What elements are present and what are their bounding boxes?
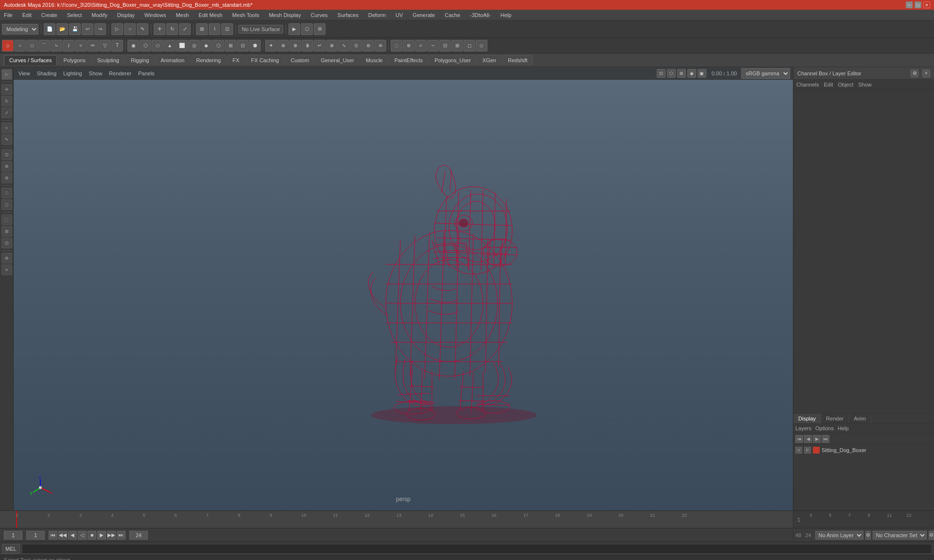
le-tab-display[interactable]: Display: [793, 414, 821, 423]
layer-visibility-btn[interactable]: V: [795, 447, 802, 454]
vp-fit-btn[interactable]: ⊡: [657, 69, 665, 78]
twist-btn[interactable]: ⊚: [362, 40, 374, 52]
play-end-btn[interactable]: ⏭: [117, 531, 126, 540]
move-tool-btn[interactable]: ✛: [1, 84, 12, 95]
menu-modify[interactable]: Modify: [90, 11, 109, 19]
render-btn[interactable]: ▶: [288, 23, 300, 35]
next-frame-btn[interactable]: ▶▶: [107, 531, 116, 540]
save-btn[interactable]: 💾: [69, 23, 81, 35]
ipr-btn[interactable]: ⬡: [301, 23, 313, 35]
snap-surface-btn[interactable]: ⊡: [221, 23, 233, 35]
outliner-btn[interactable]: ≡: [1, 264, 12, 275]
close-button[interactable]: ×: [923, 1, 930, 8]
active-tool-btn[interactable]: ◇: [2, 40, 14, 52]
tab-polygons[interactable]: Polygons: [58, 55, 90, 65]
maximize-button[interactable]: □: [915, 1, 921, 8]
move-btn[interactable]: ✛: [154, 23, 165, 35]
cb-menu-show[interactable]: Show: [858, 82, 872, 88]
vp-wire-btn[interactable]: ⊞: [677, 69, 686, 78]
shape-circle-btn[interactable]: ○: [14, 40, 26, 52]
new-scene-btn[interactable]: 📄: [44, 23, 55, 35]
render-settings-btn[interactable]: ⚙: [314, 23, 325, 35]
step-back-btn[interactable]: ◀◀: [58, 531, 67, 540]
menu-uv[interactable]: UV: [394, 11, 405, 19]
shape-3pt-btn[interactable]: ▽: [99, 40, 111, 52]
hide-btn[interactable]: ◻: [1, 199, 12, 210]
lasso-btn[interactable]: ○: [124, 23, 136, 35]
torus-btn[interactable]: ◎: [188, 40, 200, 52]
tab-curves-surfaces[interactable]: Curves / Surfaces: [4, 55, 57, 65]
vp-tex-btn[interactable]: ▣: [698, 69, 706, 78]
select-tool-left-btn[interactable]: ▷: [1, 69, 12, 80]
cylinder-btn[interactable]: ⬭: [152, 40, 163, 52]
le-nav-next-btn[interactable]: ▶: [813, 435, 821, 443]
menu-windows[interactable]: Windows: [143, 11, 168, 19]
shape-text-btn[interactable]: T: [111, 40, 123, 52]
vp-show-menu[interactable]: Show: [87, 70, 105, 77]
menu-mesh-display[interactable]: Mesh Display: [267, 11, 303, 19]
tab-animation[interactable]: Animation: [155, 55, 190, 65]
flare-btn[interactable]: ⊗: [326, 40, 338, 52]
paint-btn[interactable]: ✎: [137, 23, 148, 35]
char-set-settings-btn[interactable]: ⚙: [929, 531, 934, 540]
tab-rendering[interactable]: Rendering: [191, 55, 226, 65]
soccer-btn[interactable]: ⬢: [249, 40, 261, 52]
joint-btn[interactable]: ✦: [265, 40, 277, 52]
bend-btn[interactable]: ↵: [314, 40, 325, 52]
menu-select[interactable]: Select: [65, 11, 84, 19]
vp-view-menu[interactable]: View: [17, 70, 32, 77]
stop-btn[interactable]: ■: [88, 531, 96, 540]
timeline-ruler[interactable]: 1 2 3 4 5 6 7 8 9 10 11 12 13 14 15 16 1…: [0, 511, 793, 528]
node-editor-btn[interactable]: ⊛: [1, 253, 12, 263]
layer-row[interactable]: V P Sitting_Dog_Boxer: [793, 445, 934, 455]
layer-vis-btn[interactable]: ⬚: [1, 214, 12, 225]
current-frame-input[interactable]: [26, 531, 45, 540]
soft-select-btn[interactable]: ≈: [1, 122, 12, 133]
prev-frame-btn[interactable]: ◀: [68, 531, 77, 540]
vp-iso-btn[interactable]: ⬡: [667, 69, 676, 78]
wax-btn[interactable]: ⊞: [451, 40, 463, 52]
sphere-btn[interactable]: ◉: [127, 40, 139, 52]
plane-btn[interactable]: ⬜: [176, 40, 188, 52]
le-nav-start-btn[interactable]: ⏮: [795, 435, 803, 443]
shape-rect-btn[interactable]: □: [26, 40, 38, 52]
wire-btn[interactable]: ≈: [415, 40, 427, 52]
menu-3dtoall[interactable]: -3DtoAll-: [468, 11, 493, 19]
cone-btn[interactable]: ▲: [164, 40, 176, 52]
le-menu-options[interactable]: Options: [815, 425, 834, 431]
mel-toggle-btn[interactable]: MEL: [2, 544, 20, 554]
menu-surfaces[interactable]: Surfaces: [336, 11, 360, 19]
tab-xgen[interactable]: XGen: [477, 55, 502, 65]
cb-menu-object[interactable]: Object: [838, 82, 853, 88]
tab-polygons-user[interactable]: Polygons_User: [429, 55, 476, 65]
shape-bezier-btn[interactable]: ≈: [75, 40, 87, 52]
anim-layer-settings-btn[interactable]: ⚙: [865, 531, 871, 540]
cb-close-btn[interactable]: ×: [922, 70, 930, 77]
undo-btn[interactable]: ↩: [82, 23, 93, 35]
tab-paint-effects[interactable]: PaintEffects: [389, 55, 429, 65]
tab-custom[interactable]: Custom: [286, 55, 315, 65]
rotate-btn[interactable]: ↻: [166, 23, 178, 35]
menu-mesh-tools[interactable]: Mesh Tools: [230, 11, 261, 19]
shape-arc-btn[interactable]: ⌒: [38, 40, 50, 52]
tab-sculpting[interactable]: Sculpting: [92, 55, 125, 65]
tab-redshift[interactable]: Redshift: [503, 55, 533, 65]
menu-create[interactable]: Create: [39, 11, 59, 19]
vp-shading-menu[interactable]: Shading: [35, 70, 58, 77]
layer-pickup-btn[interactable]: P: [804, 447, 811, 454]
snap-curve-btn[interactable]: ⌇: [209, 23, 220, 35]
show-manip-btn[interactable]: ⊕: [1, 161, 12, 172]
layer-color-swatch[interactable]: [813, 447, 820, 454]
menu-display[interactable]: Display: [115, 11, 137, 19]
wrinkle-btn[interactable]: ∼: [427, 40, 439, 52]
light-btn[interactable]: ◇: [476, 40, 487, 52]
menu-cache[interactable]: Cache: [443, 11, 462, 19]
play-fwd-btn[interactable]: ▶: [97, 531, 106, 540]
scale-btn[interactable]: ⤢: [179, 23, 191, 35]
camera-btn[interactable]: ◻: [464, 40, 475, 52]
le-menu-help[interactable]: Help: [838, 425, 849, 431]
vp-lighting-menu[interactable]: Lighting: [61, 70, 84, 77]
anim-layer-select[interactable]: No Anim Layer: [815, 531, 863, 540]
open-btn[interactable]: 📂: [56, 23, 68, 35]
character-set-select[interactable]: No Character Set: [873, 531, 927, 540]
